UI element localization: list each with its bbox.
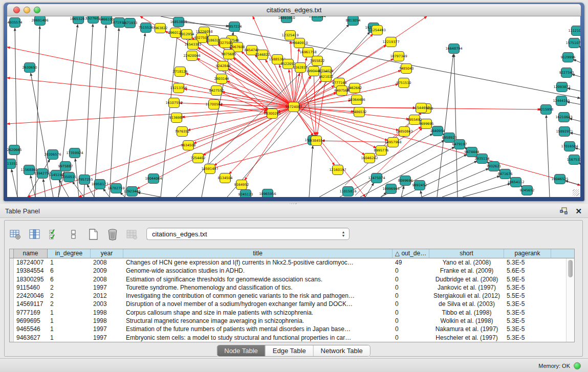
column-header-name[interactable]: name [14,249,48,258]
graph-node[interactable]: 1167533 [567,155,580,165]
window-resize-grip[interactable] [573,189,579,196]
graph-node[interactable]: 7976352 [175,127,190,137]
tab-network-table[interactable]: Network Table [314,345,370,356]
graph-node[interactable]: 2146821 [255,50,270,60]
graph-node[interactable]: 9245652 [520,186,535,195]
graph-node[interactable]: 6479197 [452,140,467,149]
graph-node[interactable]: 7955822 [310,56,325,66]
graph-node[interactable]: 16961758 [299,48,316,57]
graph-node[interactable]: 9242848 [216,61,231,71]
table-row[interactable]: 911546021997Tourette syndrome. Phenomeno… [10,283,566,292]
graph-node[interactable]: 10046525 [551,174,568,184]
new-file-icon[interactable] [86,228,100,241]
column-header-out_de[interactable]: △ out_de… [393,249,429,258]
graph-node[interactable]: 8134504 [218,173,233,183]
graph-node[interactable]: 2935114 [475,154,490,164]
table-settings-icon[interactable] [9,228,22,241]
table-row[interactable]: 1872400712008Changes of HCN gene express… [10,258,566,267]
column-header-year[interactable]: year [91,249,123,258]
graph-node[interactable]: 16648794 [445,44,462,54]
graph-node[interactable]: 8099694 [398,176,413,186]
graph-node[interactable]: 7486532 [352,107,367,117]
column-header-in_degree[interactable]: in_degree [48,249,91,258]
graph-node[interactable]: 1621022 [319,72,334,82]
graph-node[interactable]: 2718126 [173,67,188,77]
graph-node[interactable]: 7485043 [399,64,414,74]
graph-node[interactable]: 10965956 [259,189,276,198]
table-row[interactable]: 2242004622012Investigating the contribut… [10,292,566,300]
graph-node[interactable]: 7462662 [347,83,362,93]
graph-node[interactable]: 8955492 [407,115,422,125]
table-row[interactable]: 946362711997Embryonic stem cells: a mode… [10,334,566,342]
graph-node[interactable]: 9313351 [7,159,17,169]
graph-node[interactable]: 20364486 [348,95,365,105]
graph-node[interactable]: 8912954 [180,30,194,39]
graph-node[interactable]: 16107552 [165,98,182,108]
graph-node[interactable]: 17957255 [76,175,93,185]
graph-node[interactable]: 17016504 [561,142,578,151]
graph-node[interactable]: 10653287 [70,16,86,24]
graph-node[interactable]: 8995776 [374,146,389,156]
network-window-titlebar[interactable]: citations_edges.txt [7,4,581,16]
graph-node[interactable]: 7932621 [487,162,502,171]
graph-node[interactable]: 1162815 [293,63,308,73]
table-row[interactable]: 1830029562008Estimation of significance … [10,275,566,283]
graph-node[interactable]: 10996943 [382,184,399,194]
table-row[interactable]: 1938455462009Genome-wide association stu… [10,267,566,275]
select-columns-icon[interactable] [28,228,41,241]
graph-node[interactable]: 8471676 [498,169,513,179]
graph-node[interactable]: 14850843 [396,127,412,137]
column-header-short[interactable]: short [429,249,504,258]
graph-node[interactable]: 8427552 [209,86,224,96]
graph-node[interactable]: 11015816 [339,187,356,196]
graph-node[interactable]: 10044064 [145,174,162,184]
graph-node[interactable]: 12093872 [553,82,570,92]
graph-node[interactable]: 9245123 [238,190,253,198]
tab-edge-table[interactable]: Edge Table [266,345,314,356]
graph-node[interactable]: 10797349 [390,52,407,61]
rows-icon[interactable] [67,228,80,241]
tab-node-table[interactable]: Node Table [217,345,266,356]
graph-node[interactable]: 12475074 [368,173,385,183]
graph-node[interactable]: 7857224 [227,22,242,32]
graph-node[interactable]: 10958177 [91,180,108,189]
table-scrollbar-thumb[interactable] [568,260,573,277]
table-row[interactable]: 946554611997Estimation of the future num… [10,325,566,333]
graph-node[interactable]: 10591497 [201,164,218,174]
graph-node[interactable]: 20206576 [44,150,61,160]
graph-node[interactable]: 9975887 [58,162,73,171]
graph-node[interactable]: 12219377 [382,37,399,47]
graph-node[interactable]: 16046242 [361,154,378,163]
graph-node[interactable]: 1640954 [430,126,445,136]
trash-icon[interactable] [106,228,119,241]
checklist-icon[interactable] [48,228,61,241]
graph-node[interactable]: 15123044 [309,16,325,21]
graph-node[interactable]: 7963822 [153,24,168,33]
graph-node[interactable]: 2803144 [214,74,229,84]
table-scrollbar[interactable] [566,258,574,342]
graph-node[interactable]: 15751074 [565,38,580,48]
graph-node[interactable]: 22420046 [183,51,200,61]
graph-node[interactable]: 12160197 [329,165,346,175]
graph-node[interactable]: 10654112 [507,178,524,187]
network-canvas[interactable]: 4935574206914061065328715276026466100107… [7,16,580,197]
graph-node[interactable]: 8215958 [539,105,554,115]
graph-node[interactable]: 9751510 [397,78,411,88]
float-panel-icon[interactable] [560,207,568,215]
graph-node[interactable]: 17359924 [66,148,83,158]
network-table-select[interactable]: citations_edges.txt ▲▼ [146,228,350,240]
graph-node[interactable]: 16210643 [555,113,572,122]
graph-node[interactable]: 12444195 [553,96,570,106]
graph-node[interactable]: 9227343 [559,68,574,78]
graph-node[interactable]: 1350515 [62,172,77,182]
graph-node[interactable]: 15892971 [556,127,573,137]
close-panel-icon[interactable]: ✕ [575,207,582,215]
column-header-pagerank[interactable]: pagerank [504,249,551,258]
graph-node[interactable]: 9129996 [561,53,576,62]
graph-node[interactable]: 8813054 [346,16,361,26]
graph-node[interactable]: 9136987 [169,113,184,123]
graph-node[interactable]: 2620665 [7,145,21,155]
graph-node[interactable]: 9875685 [222,50,236,59]
graph-node[interactable]: 1527602 [86,16,101,24]
graph-node[interactable]: 9164952 [234,180,249,190]
